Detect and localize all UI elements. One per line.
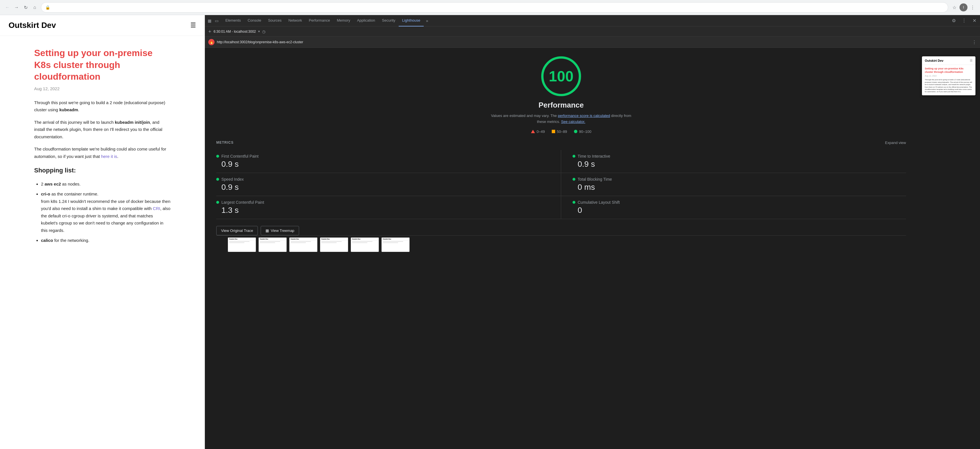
metric-fcp-name-row: First Contentful Paint (216, 154, 549, 159)
view-original-trace-button[interactable]: View Original Trace (216, 226, 258, 235)
tab-security[interactable]: Security (379, 15, 399, 27)
thumbnail-1: Outskirt Dev (228, 237, 256, 252)
back-button[interactable]: ← (3, 3, 11, 11)
legend-good-label: 90–100 (579, 129, 591, 134)
address-bar[interactable]: 🔒 localhost:3002/blog/onpremise-k8s-aws-… (41, 2, 948, 13)
tab-elements[interactable]: Elements (222, 15, 244, 27)
new-tab-button[interactable]: + (208, 29, 212, 34)
view-treemap-button[interactable]: ▦ View Treemap (261, 226, 299, 235)
reload-button[interactable]: ↻ (22, 3, 30, 11)
metric-tbt-dot (573, 178, 575, 181)
blog-menu-button[interactable]: ☰ (190, 22, 196, 29)
thumb-line (352, 242, 368, 243)
more-tabs-button[interactable]: » (424, 19, 431, 23)
home-button[interactable]: ⌂ (31, 3, 39, 11)
lighthouse-more-button[interactable]: ⋮ (972, 40, 977, 45)
metric-tti-dot (573, 155, 575, 158)
thumb-line (260, 242, 275, 243)
content-split: Outskirt Dev ☰ Setting up your on-premis… (0, 15, 980, 449)
thumb-line (321, 242, 337, 243)
user-avatar: I (959, 3, 967, 11)
devtools-settings-button[interactable]: ⚙ (950, 17, 958, 25)
metric-tti-name-row: Time to Interactive (573, 154, 906, 159)
metric-tbt-value: 0 ms (573, 183, 906, 192)
metric-si: Speed Index 0.9 s (216, 173, 561, 196)
metric-fcp-dot (216, 155, 219, 158)
thumbnail-header-4: Outskirt Dev (320, 237, 348, 241)
forward-button[interactable]: → (13, 3, 21, 11)
thumb-line (291, 241, 311, 242)
tab-memory[interactable]: Memory (334, 15, 354, 27)
thumb-line (229, 242, 245, 243)
thumbnail-body-3 (290, 241, 317, 244)
legend-fail: 0–49 (531, 129, 545, 134)
tab-lighthouse[interactable]: Lighthouse (399, 15, 424, 27)
treemap-icon: ▦ (266, 228, 269, 233)
metric-si-dot (216, 178, 219, 181)
blog-header: Outskirt Dev ☰ (0, 15, 205, 36)
devtools-tab-icons: ▦ ▭ (207, 18, 220, 24)
cri-link[interactable]: CRI (153, 206, 160, 211)
blog-title: Setting up your on-premise K8s cluster t… (34, 47, 170, 83)
thumb-line (321, 241, 342, 242)
thumb-line (383, 242, 398, 243)
settings-button[interactable]: ⋮ (969, 3, 977, 11)
thumb-line (291, 242, 306, 243)
thumbnail-5: Outskirt Dev (350, 237, 379, 252)
list-item-calico: calico for the networking. (41, 237, 170, 244)
perf-score-link[interactable]: performance score is calculated (558, 113, 610, 118)
device-toolbar-button[interactable]: ▭ (214, 18, 220, 24)
metric-lcp-name: Largest Contentful Paint (221, 200, 264, 205)
bookmark-button[interactable]: ☆ (950, 3, 958, 11)
thumbnail-body-5 (351, 241, 379, 244)
lighthouse-url-bar: 6:30:01 AM - localhost:3002 ▼ ◷ (214, 29, 266, 34)
blog-paragraph-1: Through this post we're going to build a… (34, 99, 170, 113)
blog-date: Aug 12, 2022 (34, 86, 170, 91)
devtools-more-button[interactable]: ⋮ (960, 17, 968, 25)
tab-console[interactable]: Console (244, 15, 265, 27)
here-link[interactable]: here it is (101, 154, 117, 159)
metric-lcp-dot (216, 201, 219, 204)
tab-performance[interactable]: Performance (305, 15, 333, 27)
browser-window: ← → ↻ ⌂ 🔒 localhost:3002/blog/onpremise-… (0, 0, 980, 449)
thumbnail-4: Outskirt Dev (320, 237, 348, 252)
metric-cls-name-row: Cumulative Layout Shift (573, 200, 906, 205)
tab-sources[interactable]: Sources (265, 15, 285, 27)
score-label: Performance (539, 101, 584, 110)
see-calculator-link[interactable]: See calculator. (561, 119, 585, 124)
thumbnail-body-4 (320, 241, 348, 244)
expand-view-button[interactable]: Expand view (885, 140, 906, 145)
tab-application[interactable]: Application (354, 15, 379, 27)
blog-page: Outskirt Dev ☰ Setting up your on-premis… (0, 15, 205, 449)
metric-tti: Time to Interactive 0.9 s (561, 150, 906, 173)
preview-card-body: Setting up your on-premise K8s cluster t… (922, 65, 975, 96)
metric-tti-name: Time to Interactive (578, 154, 610, 159)
profile-button[interactable]: I (959, 3, 967, 11)
score-circle: 100 (541, 56, 581, 96)
score-section: 100 Performance Values are estimated and… (216, 56, 906, 134)
shopping-list-heading: Shopping list: (34, 165, 170, 175)
metric-lcp: Largest Contentful Paint 1.3 s (216, 196, 561, 219)
metric-tti-value: 0.9 s (573, 160, 906, 169)
shopping-list: 2 aws ec2 as nodes. cri-o as the contain… (34, 180, 170, 244)
score-number: 100 (549, 68, 574, 85)
tab-network[interactable]: Network (285, 15, 305, 27)
legend-good: 90–100 (574, 129, 591, 134)
url-input[interactable]: localhost:3002/blog/onpremise-k8s-aws-ec… (52, 5, 944, 10)
metric-lcp-value: 1.3 s (216, 206, 549, 215)
url-dropdown-icon[interactable]: ▼ (258, 30, 260, 33)
metric-fcp: First Contentful Paint 0.9 s (216, 150, 561, 173)
metric-lcp-name-row: Largest Contentful Paint (216, 200, 549, 205)
clock-icon: ◷ (262, 29, 266, 34)
fail-triangle-icon (531, 130, 535, 133)
lighthouse-url-bar-full: 🔥 http://localhost:3002/blog/onpremise-k… (205, 37, 980, 48)
metric-tbt: Total Blocking Time 0 ms (561, 173, 906, 196)
devtools-close-button[interactable]: ✕ (970, 17, 978, 25)
thumb-line (260, 241, 280, 242)
metrics-title: METRICS (216, 140, 234, 145)
action-buttons: View Original Trace ▦ View Treemap (216, 226, 906, 235)
good-circle-icon (574, 130, 578, 133)
inspect-element-button[interactable]: ▦ (207, 18, 213, 24)
thumb-line (383, 241, 403, 242)
score-description: Values are estimated and may vary. The p… (490, 113, 632, 125)
